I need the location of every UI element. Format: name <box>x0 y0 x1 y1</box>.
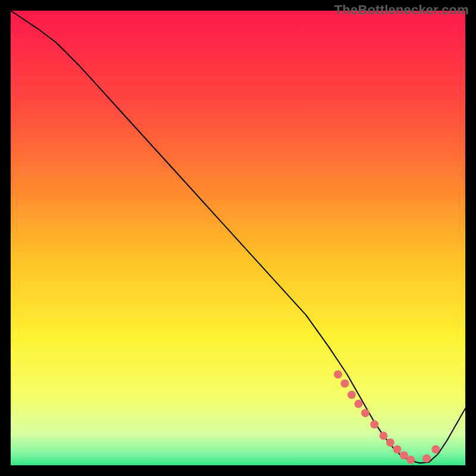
gradient-background <box>11 11 465 465</box>
highlight-dot <box>341 379 349 387</box>
highlight-dot <box>431 445 440 453</box>
watermark-text: TheBottlenecker.com <box>334 2 469 18</box>
highlight-dot <box>347 391 356 399</box>
highlight-dot <box>334 370 342 378</box>
chart-root: TheBottlenecker.com <box>0 0 476 476</box>
highlight-dot <box>393 445 401 453</box>
highlight-dot <box>386 439 394 447</box>
highlight-dot <box>406 456 415 464</box>
chart-svg <box>0 0 476 476</box>
highlight-dot <box>370 420 378 428</box>
highlight-dot <box>354 400 362 408</box>
highlight-dot <box>379 431 387 440</box>
highlight-dot <box>422 455 431 463</box>
highlight-dot <box>400 451 408 459</box>
highlight-dot <box>361 409 369 417</box>
